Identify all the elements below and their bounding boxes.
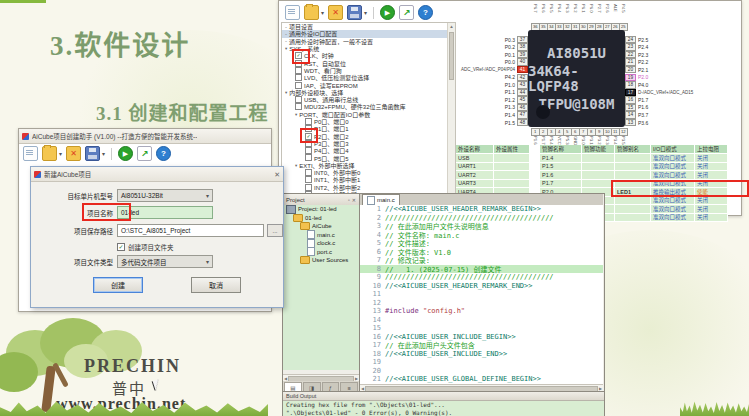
code-editor[interactable]: 1//<<AICUBE_USER_HEADER_REMARK_BEGIN>>2/… <box>360 205 603 384</box>
table-row[interactable]: UART3 <box>456 180 530 189</box>
project-tree-item[interactable]: 01-led <box>283 214 359 223</box>
table-row[interactable]: UART2 <box>456 171 530 180</box>
run-icon[interactable]: ▶ <box>380 5 395 20</box>
table-row[interactable]: USB <box>456 154 530 163</box>
create-folder-checkbox[interactable]: ✓ <box>117 243 125 251</box>
save-icon[interactable] <box>85 146 100 161</box>
checkbox[interactable]: ✓ <box>295 52 302 59</box>
expander-icon[interactable]: ▾ <box>295 163 297 168</box>
checkbox[interactable] <box>295 60 302 67</box>
config-tree-item[interactable]: P1口、端口1 <box>282 125 455 132</box>
checkbox[interactable] <box>305 140 312 147</box>
delete-folder-icon[interactable]: ✕ <box>328 5 343 20</box>
mcu-dropdown[interactable]: Ai8051U-32Bit ▾ <box>117 189 213 202</box>
config-tree-item[interactable]: WDT、看门狗 <box>282 67 455 74</box>
export-icon[interactable]: ↗ <box>399 5 414 20</box>
close-icon[interactable]: ✕ <box>352 197 356 203</box>
config-tree-item[interactable]: INT2、外部中断2 <box>282 184 455 191</box>
dialog-titlebar[interactable]: 新建AiCube项目 ✕ <box>31 167 283 182</box>
delete-folder-icon[interactable]: ✕ <box>66 146 81 161</box>
project-tree-item[interactable]: main.c <box>283 231 359 240</box>
config-tree-item[interactable]: USB、通用串行总线 <box>282 96 455 103</box>
config-tree-item[interactable]: ▾SYS、系统 <box>282 45 455 52</box>
config-tree-item[interactable]: P5口、端口5 <box>282 154 455 161</box>
config-tree-item[interactable]: ▾PORT、端口配置IO口参数 <box>282 111 455 118</box>
pin-number: 12 <box>619 128 628 136</box>
config-tree-item[interactable]: P3口、端口3 <box>282 140 455 147</box>
checkbox[interactable] <box>295 82 302 89</box>
build-output-header[interactable]: Build Output <box>283 392 604 401</box>
config-tree-item[interactable]: P4口、端口4 <box>282 147 455 154</box>
config-tree-item[interactable]: IAP、读写EEPROM <box>282 81 455 88</box>
checkbox[interactable] <box>305 184 312 191</box>
editor-tab-mainc[interactable]: main.c <box>362 194 400 205</box>
export-icon[interactable]: ↗ <box>137 146 152 161</box>
project-tree-item[interactable]: clock.c <box>283 239 359 248</box>
aicube-titlebar[interactable]: AiCube项目创建助手 (V1.00) --打造方便的智能开发系统-- <box>19 129 271 144</box>
chevron-down-icon[interactable]: ▾ <box>102 150 105 157</box>
checkbox[interactable] <box>295 103 302 110</box>
config-tree-item[interactable]: INT0、外部中断0 <box>282 169 455 176</box>
config-tree-item[interactable]: LVD、低压检测复位选择 <box>282 74 455 81</box>
checkbox[interactable] <box>305 147 312 154</box>
open-folder-icon[interactable] <box>42 146 57 161</box>
scroll-up-icon[interactable]: ▲ <box>448 23 455 30</box>
config-tree-item[interactable]: RST、自动复位 <box>282 59 455 66</box>
close-icon[interactable]: ✕ <box>274 171 280 178</box>
chevron-down-icon[interactable]: ▾ <box>364 9 367 16</box>
browse-button[interactable]: ... <box>267 224 283 237</box>
checkbox[interactable] <box>305 125 312 132</box>
cancel-button[interactable]: 取消 <box>191 277 241 293</box>
project-tree-item[interactable]: Project: 01-led <box>283 205 359 214</box>
create-button[interactable]: 创建 <box>93 277 143 293</box>
project-type-dropdown[interactable]: 多代码文件项目 ▾ <box>117 255 213 268</box>
project-tree-item[interactable]: AiCube <box>283 222 359 231</box>
dialog-icon <box>34 171 41 178</box>
table-row[interactable]: P1.6准双向口模式关闭 <box>540 171 728 180</box>
save-icon[interactable] <box>347 5 362 20</box>
table-row[interactable]: UART1 <box>456 163 530 172</box>
pin-icon[interactable]: ▫ <box>348 197 350 203</box>
table-row[interactable]: P1.4准双向口模式关闭 <box>540 154 728 163</box>
project-tree-item[interactable]: port.c <box>283 248 359 257</box>
config-tree-item[interactable]: -通用外设时钟配置，一般不设置 <box>282 38 455 45</box>
config-tree-item[interactable]: ✓P2口、端口2 <box>282 132 455 139</box>
checkbox[interactable] <box>295 67 302 74</box>
config-tree-item[interactable]: P0口、端口0 <box>282 118 455 125</box>
config-tree-item[interactable]: -通用外设IO口配置 <box>282 30 455 37</box>
checkbox[interactable] <box>305 154 312 161</box>
checkbox[interactable]: ✓ <box>305 133 312 140</box>
config-tree-item[interactable]: ✓CLK、时钟 <box>282 52 455 59</box>
checkbox[interactable] <box>295 74 302 81</box>
expander-icon[interactable]: ▾ <box>285 90 287 95</box>
config-tree-item[interactable]: ▾EXTI、外部中断选择 <box>282 162 455 169</box>
new-file-icon[interactable] <box>23 146 38 161</box>
help-icon[interactable]: ? <box>418 5 433 20</box>
save-path-label: 项目保存路径 <box>31 226 117 236</box>
open-folder-icon[interactable] <box>304 5 319 20</box>
new-file-icon[interactable] <box>285 5 300 20</box>
project-name-input[interactable]: 01-led <box>117 206 213 219</box>
config-tree-item[interactable]: -项目设置 <box>282 23 455 30</box>
config-tree-item[interactable]: INT1、外部中断1 <box>282 176 455 183</box>
chevron-down-icon[interactable]: ▾ <box>59 150 62 157</box>
help-icon[interactable]: ? <box>156 146 171 161</box>
keil-window: Project ▫✕ Project: 01-led01-ledAiCubema… <box>282 193 605 416</box>
tree-scrollbar[interactable]: ▲ <box>447 23 455 214</box>
chevron-down-icon[interactable]: ▾ <box>321 9 324 16</box>
checkbox[interactable] <box>305 118 312 125</box>
expander-icon[interactable]: ▾ <box>295 112 297 117</box>
run-icon[interactable]: ▶ <box>118 146 133 161</box>
config-tree-item[interactable]: MDU32+FPMU、硬件32位三角函数库 <box>282 103 455 110</box>
save-path-input[interactable]: O:\STC_Ai8051_Project <box>117 224 264 237</box>
table-row[interactable]: P1.7准双向口模式关闭 <box>540 180 728 189</box>
config-tree-item[interactable]: ▾内部外设模块、选择 <box>282 89 455 96</box>
table-row[interactable]: P1.5准双向口模式关闭 <box>540 163 728 172</box>
project-tree-item[interactable]: User Sources <box>283 256 359 265</box>
config-tree-label: INT2、外部中断2 <box>314 184 360 191</box>
checkbox[interactable] <box>295 96 302 103</box>
scrollbar-thumb[interactable] <box>449 32 454 80</box>
expander-icon[interactable]: ▾ <box>285 46 287 51</box>
checkbox[interactable] <box>305 176 312 183</box>
checkbox[interactable] <box>305 169 312 176</box>
